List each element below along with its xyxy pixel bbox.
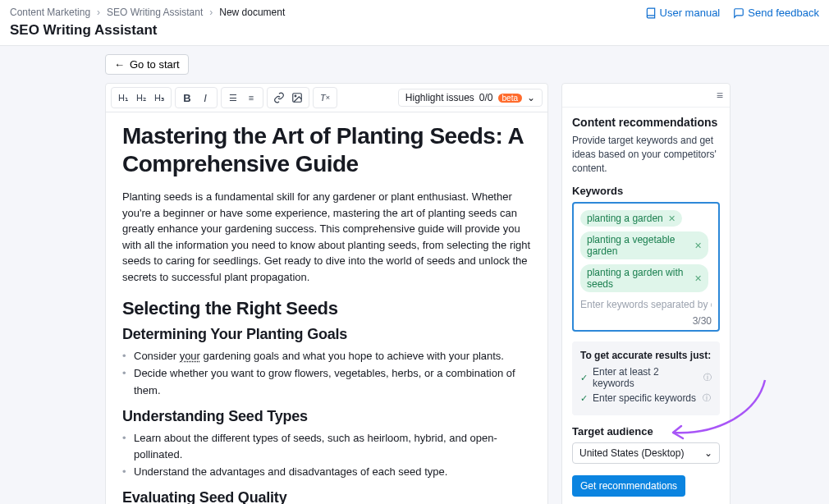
bold-button[interactable]: B [179,89,195,106]
doc-title[interactable]: Mastering the Art of Planting Seeds: A C… [122,122,531,177]
clear-format-button[interactable]: T× [317,89,333,106]
bullet-list-button[interactable]: ☰ [225,89,241,106]
chevron-down-icon: ⌄ [704,447,712,459]
doc-h2-selecting[interactable]: Selecting the Right Seeds [122,298,531,319]
keyword-chip[interactable]: planting a garden✕ [580,210,682,227]
image-button[interactable] [289,89,305,106]
doc-h3-quality[interactable]: Evaluating Seed Quality [122,489,531,504]
editor-panel: H₁ H₂ H₃ B I ☰ ≡ T× [105,83,548,504]
user-manual-link[interactable]: User manual [645,7,721,19]
heading2-button[interactable]: H₂ [133,89,149,106]
tip-row: ✓ Enter specific keywords ⓘ [580,392,712,404]
check-icon: ✓ [580,393,588,404]
remove-chip-icon[interactable]: ✕ [694,241,702,251]
target-audience-label: Target audience [572,425,720,438]
doc-intro[interactable]: Planting seeds is a fundamental skill fo… [122,189,531,285]
page-title: SEO Writing Assistant [10,22,819,39]
get-recommendations-button[interactable]: Get recommendations [572,475,685,497]
italic-button[interactable]: I [197,89,213,106]
doc-h3-seed-types[interactable]: Understanding Seed Types [122,408,531,425]
chat-icon [733,7,744,19]
keywords-input-box[interactable]: planting a garden✕ planting a vegetable … [572,202,720,332]
chevron-right-icon: › [97,7,100,18]
breadcrumb-current: New document [219,7,285,18]
numbered-list-button[interactable]: ≡ [243,89,259,106]
list-item[interactable]: Decide whether you want to grow flowers,… [122,365,531,400]
recommendations-panel: ≡ Content recommendations Provide target… [561,83,731,504]
heading3-button[interactable]: H₃ [151,89,167,106]
editor-content[interactable]: Mastering the Art of Planting Seeds: A C… [106,112,547,504]
keyword-chip[interactable]: planting a vegetable garden✕ [580,231,708,259]
beta-badge: beta [498,94,522,103]
keyword-counter: 3/30 [580,315,712,327]
keyword-chip[interactable]: planting a garden with seeds✕ [580,264,708,292]
keywords-label: Keywords [572,185,720,197]
breadcrumb-seo-assistant[interactable]: SEO Writing Assistant [107,7,203,18]
chevron-right-icon: › [209,7,213,18]
list-item[interactable]: Understand the advantages and disadvanta… [122,464,531,481]
doc-h3-goals[interactable]: Determining Your Planting Goals [122,326,531,343]
menu-icon[interactable]: ≡ [717,89,723,102]
info-icon[interactable]: ⓘ [703,372,712,383]
arrow-left-icon: ← [114,58,125,71]
list-item[interactable]: Learn about the different types of seeds… [122,430,531,465]
list-item[interactable]: Consider your gardening goals and what y… [122,348,531,365]
breadcrumb-content-marketing[interactable]: Content Marketing [10,7,90,18]
svg-point-1 [295,95,296,97]
remove-chip-icon[interactable]: ✕ [694,273,702,284]
remove-chip-icon[interactable]: ✕ [668,213,676,224]
highlight-issues-toggle[interactable]: Highlight issues 0/0 beta ⌄ [398,89,543,107]
send-feedback-link[interactable]: Send feedback [733,7,819,19]
breadcrumb: Content Marketing › SEO Writing Assistan… [10,7,285,18]
panel-description: Provide target keywords and get ideas ba… [572,134,720,175]
chevron-down-icon: ⌄ [527,92,535,103]
keywords-input[interactable] [580,297,712,312]
book-icon [645,7,657,19]
editor-toolbar: H₁ H₂ H₃ B I ☰ ≡ T× [106,84,547,112]
info-icon[interactable]: ⓘ [703,392,711,404]
panel-title: Content recommendations [572,116,720,129]
issue-count: 0/0 [479,92,493,103]
tips-header: To get accurate results just: [580,350,712,361]
target-audience-select[interactable]: United States (Desktop) ⌄ [572,442,720,464]
check-icon: ✓ [580,373,588,383]
tips-box: To get accurate results just: ✓ Enter at… [572,341,720,415]
go-to-start-button[interactable]: ← Go to start [105,54,189,75]
link-button[interactable] [271,89,287,106]
heading1-button[interactable]: H₁ [115,89,131,106]
tip-row: ✓ Enter at least 2 keywords ⓘ [580,366,712,389]
